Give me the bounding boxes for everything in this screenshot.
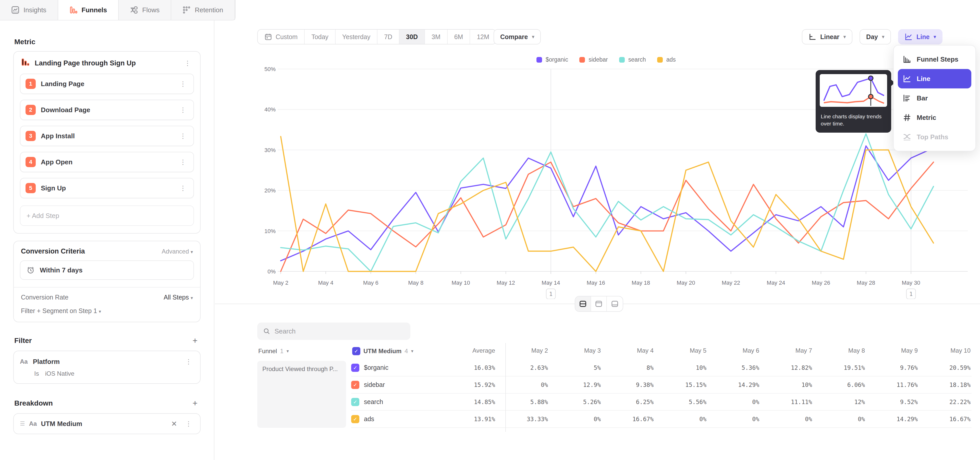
funnel-step-2[interactable]: 2 Download Page ⋮ bbox=[20, 100, 194, 120]
breakdown-heading: Breakdown bbox=[14, 399, 53, 407]
conversion-window-button[interactable]: Within 7 days bbox=[20, 260, 194, 280]
funnel-step-4[interactable]: 4 App Open ⋮ bbox=[20, 152, 194, 172]
add-breakdown-button[interactable]: + bbox=[190, 398, 200, 408]
filter-value[interactable]: iOS Native bbox=[45, 370, 75, 377]
series-line-organic[interactable] bbox=[281, 146, 934, 261]
range-custom[interactable]: Custom bbox=[258, 30, 305, 44]
kebab-menu-icon[interactable]: ⋮ bbox=[178, 158, 188, 166]
table-value: 16.03% bbox=[441, 359, 496, 377]
filter-operator[interactable]: Is bbox=[34, 370, 39, 377]
column-header[interactable]: May 6 bbox=[708, 343, 760, 359]
table-value: 12.82% bbox=[760, 359, 813, 377]
range-6m[interactable]: 6M bbox=[448, 30, 470, 44]
series-line-search[interactable] bbox=[281, 134, 934, 272]
breakdown-selector-dropdown[interactable]: ✓UTM Medium4▾ bbox=[351, 343, 441, 359]
series-checkbox[interactable]: ✓ bbox=[351, 381, 360, 389]
conversion-rate-dropdown[interactable]: All Steps ▾ bbox=[164, 294, 193, 301]
funnel-selector-dropdown[interactable]: Funnel1▾ bbox=[257, 343, 351, 359]
funnel-step-1[interactable]: 1 Landing Page ⋮ bbox=[20, 73, 194, 94]
breakdown-card: ☰ Aa UTM Medium ✕ ⋮ bbox=[13, 413, 200, 434]
range-7d[interactable]: 7D bbox=[377, 30, 399, 44]
filter-property-row[interactable]: Aa Platform ⋮ bbox=[14, 351, 200, 368]
column-header[interactable]: May 4 bbox=[602, 343, 655, 359]
checkbox-checked-icon[interactable]: ✓ bbox=[352, 347, 360, 355]
series-line-ads[interactable] bbox=[281, 136, 934, 272]
table-view-toggle[interactable] bbox=[607, 296, 623, 311]
x-tick-label: May 20 bbox=[677, 280, 695, 286]
table-row-ads[interactable]: ✓ads bbox=[351, 410, 441, 428]
kebab-menu-icon[interactable]: ⋮ bbox=[178, 132, 188, 140]
range-3m[interactable]: 3M bbox=[425, 30, 448, 44]
tab-insights[interactable]: Insights bbox=[0, 0, 58, 20]
tab-retention[interactable]: Retention bbox=[171, 0, 235, 20]
granularity-dropdown[interactable]: Day ▾ bbox=[859, 29, 891, 45]
search-icon bbox=[263, 327, 270, 335]
text-property-icon: Aa bbox=[29, 420, 37, 427]
kebab-menu-icon[interactable]: ⋮ bbox=[183, 357, 194, 366]
chart-type-dropdown[interactable]: Line ▾ bbox=[898, 29, 942, 45]
search-input[interactable] bbox=[275, 327, 404, 335]
conversion-criteria-title: Conversion Criteria bbox=[21, 248, 85, 255]
menu-item-bar[interactable]: Bar bbox=[898, 88, 971, 108]
series-checkbox[interactable]: ✓ bbox=[351, 364, 360, 372]
kebab-menu-icon[interactable]: ⋮ bbox=[182, 59, 193, 67]
funnel-step-3[interactable]: 3 App Install ⋮ bbox=[20, 126, 194, 146]
remove-breakdown-icon[interactable]: ✕ bbox=[169, 420, 179, 428]
table-value: 0% bbox=[760, 410, 813, 428]
range-today[interactable]: Today bbox=[305, 30, 336, 44]
filter-heading: Filter bbox=[14, 337, 32, 345]
funnel-step-5[interactable]: 5 Sign Up ⋮ bbox=[20, 178, 194, 198]
kebab-menu-icon[interactable]: ⋮ bbox=[178, 184, 188, 192]
column-header[interactable]: May 7 bbox=[760, 343, 813, 359]
column-header[interactable]: May 9 bbox=[866, 343, 919, 359]
add-step-button[interactable]: + Add Step bbox=[20, 206, 194, 226]
chart-view-toggle[interactable] bbox=[591, 296, 607, 311]
legend-item-sidebar[interactable]: sidebar bbox=[579, 56, 608, 63]
add-filter-button[interactable]: + bbox=[190, 335, 200, 345]
tab-flows[interactable]: Flows bbox=[119, 0, 171, 20]
menu-item-funnel-steps[interactable]: Funnel Steps bbox=[898, 50, 971, 69]
breakdown-property-row[interactable]: ☰ Aa UTM Medium ✕ ⋮ bbox=[14, 414, 200, 434]
menu-item-metric[interactable]: Metric bbox=[898, 108, 971, 127]
filter-segment-dropdown[interactable]: Filter + Segment on Step 1 ▾ bbox=[14, 302, 200, 322]
column-header[interactable]: May 8 bbox=[813, 343, 866, 359]
drag-handle-icon[interactable]: ☰ bbox=[20, 420, 25, 427]
compare-button[interactable]: Compare ▾ bbox=[493, 29, 541, 45]
column-header[interactable]: May 3 bbox=[549, 343, 602, 359]
x-tick-label: May 24 bbox=[767, 280, 785, 286]
legend-swatch bbox=[579, 57, 585, 62]
step-number-badge: 3 bbox=[25, 131, 36, 141]
series-checkbox[interactable]: ✓ bbox=[351, 398, 360, 406]
legend-item-ads[interactable]: ads bbox=[657, 56, 676, 63]
kebab-menu-icon[interactable]: ⋮ bbox=[178, 80, 188, 88]
funnel-group-cell[interactable]: Product Viewed through P... bbox=[257, 361, 346, 428]
table-value: 0% bbox=[708, 394, 760, 410]
table-row-sidebar[interactable]: ✓sidebar bbox=[351, 377, 441, 394]
column-header[interactable]: Average bbox=[441, 343, 496, 359]
split-view-toggle[interactable] bbox=[575, 296, 591, 311]
advanced-dropdown[interactable]: Advanced ▾ bbox=[162, 248, 193, 255]
range-yesterday[interactable]: Yesterday bbox=[336, 30, 377, 44]
table-row-organic[interactable]: ✓$organic bbox=[351, 359, 441, 377]
funnel-metric-icon bbox=[21, 58, 30, 69]
tab-funnels[interactable]: Funnels bbox=[58, 0, 119, 20]
insights-icon bbox=[11, 6, 19, 14]
kebab-menu-icon[interactable]: ⋮ bbox=[178, 105, 188, 114]
column-header[interactable]: May 10 bbox=[919, 343, 972, 359]
table-value: 5.88% bbox=[496, 394, 549, 410]
menu-item-top-paths: Top Paths bbox=[898, 127, 971, 147]
table-value: 9.52% bbox=[866, 394, 919, 410]
range-30d[interactable]: 30D bbox=[399, 30, 425, 44]
metric-hash-icon bbox=[903, 113, 911, 121]
column-header[interactable]: May 5 bbox=[655, 343, 708, 359]
y-tick-label: 50% bbox=[264, 66, 275, 72]
legend-item-search[interactable]: search bbox=[619, 56, 646, 63]
menu-item-line[interactable]: Line bbox=[898, 69, 971, 88]
series-checkbox[interactable]: ✓ bbox=[351, 415, 360, 423]
range-12m[interactable]: 12M bbox=[470, 30, 496, 44]
table-row-search[interactable]: ✓search bbox=[351, 394, 441, 410]
legend-item-organic[interactable]: $organic bbox=[536, 56, 568, 63]
column-header[interactable]: May 2 bbox=[496, 343, 549, 359]
scale-dropdown[interactable]: Linear ▾ bbox=[802, 29, 853, 45]
kebab-menu-icon[interactable]: ⋮ bbox=[183, 419, 194, 428]
